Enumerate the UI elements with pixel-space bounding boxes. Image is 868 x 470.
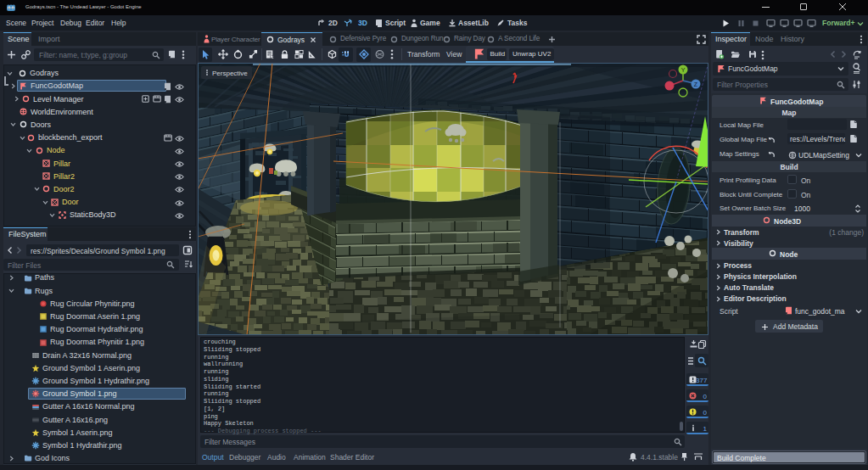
svg-text:Y: Y xyxy=(681,67,686,73)
svg-text:Perspective: Perspective xyxy=(212,70,248,77)
svg-text:Z: Z xyxy=(694,81,698,87)
